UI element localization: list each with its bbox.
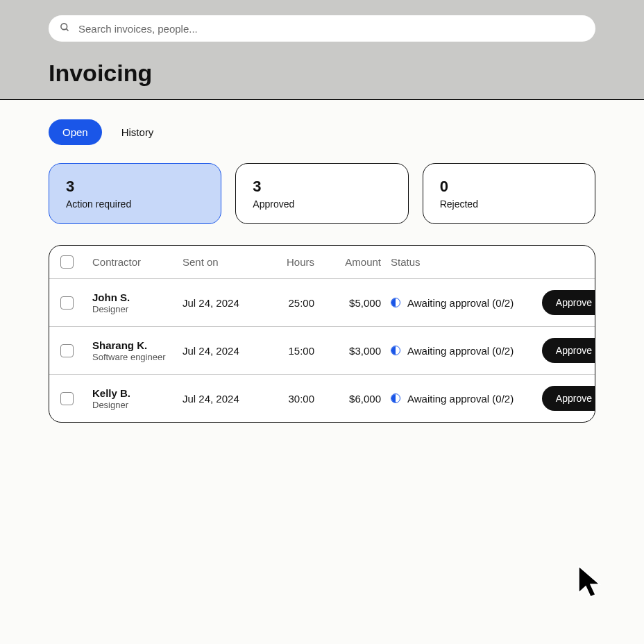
contractor-name: Kelly B. — [92, 387, 183, 399]
tab-open[interactable]: Open — [49, 119, 102, 145]
half-circle-icon — [391, 346, 400, 355]
row-checkbox[interactable] — [60, 392, 74, 405]
approve-button[interactable]: Approve — [542, 338, 595, 363]
hours: 30:00 — [266, 393, 321, 405]
amount: $3,000 — [321, 345, 391, 357]
status-cell: Awaiting approval (0/2) — [391, 345, 529, 357]
half-circle-icon — [391, 298, 400, 307]
hours: 15:00 — [266, 345, 321, 357]
row-checkbox[interactable] — [60, 344, 74, 357]
table-row: John S. Designer Jul 24, 2024 25:00 $5,0… — [49, 278, 595, 326]
sent-on: Jul 24, 2024 — [183, 393, 266, 405]
summary-card-rejected[interactable]: 0 Rejected — [423, 163, 595, 224]
status-text: Awaiting approval (0/2) — [407, 393, 514, 405]
status-cell: Awaiting approval (0/2) — [391, 297, 529, 309]
amount: $5,000 — [321, 297, 391, 309]
search-icon — [60, 22, 70, 35]
column-status: Status — [391, 256, 529, 268]
hours: 25:00 — [266, 297, 321, 309]
column-hours: Hours — [266, 256, 321, 268]
search-bar[interactable] — [49, 15, 595, 42]
search-input[interactable] — [78, 23, 584, 35]
column-sent-on: Sent on — [183, 256, 266, 268]
invoice-table: Contractor Sent on Hours Amount Status J… — [49, 245, 595, 423]
row-checkbox[interactable] — [60, 296, 74, 310]
summary-cards: 3 Action required 3 Approved 0 Rejected — [49, 163, 595, 224]
summary-label: Rejected — [440, 198, 578, 210]
page-title: Invoicing — [49, 60, 595, 87]
sent-on: Jul 24, 2024 — [183, 345, 266, 357]
half-circle-icon — [391, 393, 400, 403]
summary-card-action-required[interactable]: 3 Action required — [49, 163, 221, 224]
table-row: Kelly B. Designer Jul 24, 2024 30:00 $6,… — [49, 374, 595, 422]
approve-button[interactable]: Approve — [542, 386, 595, 411]
contractor-role: Designer — [92, 304, 183, 314]
svg-point-0 — [61, 23, 67, 29]
tab-history[interactable]: History — [108, 119, 168, 145]
sent-on: Jul 24, 2024 — [183, 297, 266, 309]
contractor-role: Software engineer — [92, 352, 183, 362]
contractor-role: Designer — [92, 400, 183, 410]
summary-count: 3 — [253, 178, 391, 196]
amount: $6,000 — [321, 393, 391, 405]
summary-count: 0 — [440, 178, 578, 196]
summary-label: Approved — [253, 198, 391, 210]
table-header-row: Contractor Sent on Hours Amount Status — [49, 246, 595, 278]
main-content: Open History 3 Action required 3 Approve… — [0, 100, 644, 442]
page-header: Invoicing — [0, 0, 644, 100]
status-text: Awaiting approval (0/2) — [407, 297, 514, 309]
select-all-checkbox[interactable] — [60, 255, 74, 269]
approve-button[interactable]: Approve — [542, 290, 595, 315]
svg-line-1 — [66, 28, 68, 31]
column-amount: Amount — [321, 256, 391, 268]
cursor-icon — [577, 565, 602, 602]
status-cell: Awaiting approval (0/2) — [391, 393, 529, 405]
table-row: Sharang K. Software engineer Jul 24, 202… — [49, 326, 595, 374]
summary-count: 3 — [66, 178, 204, 196]
contractor-name: John S. — [92, 291, 183, 303]
tabs: Open History — [49, 119, 595, 145]
contractor-name: Sharang K. — [92, 339, 183, 351]
summary-card-approved[interactable]: 3 Approved — [235, 163, 408, 224]
status-text: Awaiting approval (0/2) — [407, 345, 514, 357]
summary-label: Action required — [66, 198, 204, 210]
column-contractor: Contractor — [92, 256, 183, 268]
